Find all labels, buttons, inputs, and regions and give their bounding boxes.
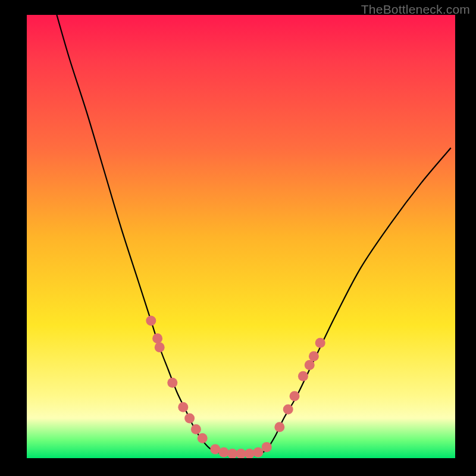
chart-marker bbox=[191, 424, 201, 434]
chart-overlay-svg bbox=[27, 15, 455, 458]
chart-marker bbox=[198, 433, 208, 443]
chart-curve bbox=[57, 15, 450, 454]
chart-marker bbox=[315, 338, 325, 348]
chart-marker bbox=[152, 333, 162, 343]
chart-marker bbox=[253, 447, 263, 458]
chart-marker bbox=[155, 342, 165, 352]
chart-marker bbox=[178, 402, 188, 412]
watermark-text: TheBottleneck.com bbox=[361, 2, 470, 17]
chart-markers-group bbox=[146, 316, 325, 458]
chart-marker bbox=[274, 422, 284, 432]
chart-marker bbox=[290, 391, 300, 401]
chart-plot-area bbox=[27, 15, 455, 458]
chart-marker bbox=[184, 413, 195, 423]
chart-marker bbox=[219, 447, 229, 458]
chart-marker bbox=[245, 449, 255, 458]
chart-frame: TheBottleneck.com bbox=[0, 0, 476, 476]
chart-marker bbox=[309, 351, 319, 361]
chart-marker bbox=[167, 378, 177, 388]
chart-marker bbox=[146, 316, 156, 326]
chart-marker bbox=[298, 371, 308, 381]
chart-marker bbox=[283, 405, 293, 415]
chart-marker bbox=[305, 360, 315, 370]
chart-marker bbox=[262, 442, 272, 452]
